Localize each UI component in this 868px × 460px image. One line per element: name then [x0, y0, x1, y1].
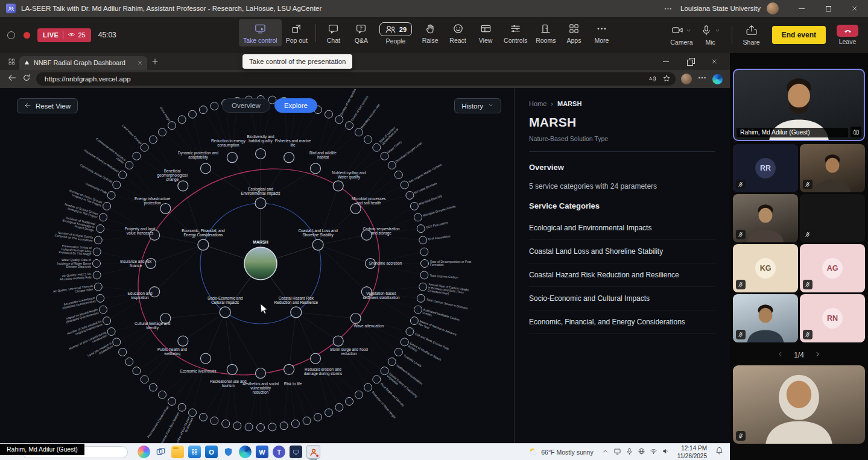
graph-node-outer[interactable]	[303, 417, 311, 424]
graph-node-parameter[interactable]	[160, 204, 171, 214]
graph-node-outer[interactable]	[388, 161, 396, 169]
graph-node-parameter[interactable]	[333, 181, 343, 191]
overview-tab[interactable]: Overview	[222, 98, 270, 113]
participant-tile[interactable]: RR	[733, 144, 798, 192]
graph-node-outer[interactable]	[178, 116, 186, 124]
graph-node-outer[interactable]	[141, 376, 148, 383]
graph-node-outer[interactable]	[141, 143, 148, 151]
graph-node-outer[interactable]	[107, 327, 115, 335]
url-text[interactable]: https://nnbfgraph.vercel.app	[45, 75, 642, 83]
graph-node-parameter[interactable]	[284, 153, 294, 163]
graph-node-category[interactable]	[220, 307, 230, 318]
graph-node-outer[interactable]	[133, 367, 141, 375]
toolbar-popout-button[interactable]: Pop out	[282, 19, 312, 46]
graph-node-outer[interactable]	[178, 403, 186, 411]
graph-node-outer[interactable]	[335, 403, 343, 411]
graph-node-outer[interactable]	[419, 236, 427, 244]
graph-node-outer[interactable]	[94, 283, 102, 291]
browser-refresh-button[interactable]	[22, 74, 31, 84]
toolbar-raise-button[interactable]: Raise	[416, 19, 444, 46]
graph-node-parameter[interactable]	[227, 364, 237, 374]
camera-button[interactable]: Camera	[670, 24, 692, 46]
graph-node-category[interactable]	[255, 198, 266, 209]
graph-node-outer[interactable]	[355, 391, 363, 399]
taskbar-app-edge[interactable]	[239, 446, 252, 458]
browser-restore-button[interactable]	[678, 53, 702, 70]
graph-node-outer[interactable]	[394, 171, 402, 178]
graph-node-outer[interactable]	[189, 110, 197, 118]
participant-tile[interactable]: AG	[800, 244, 865, 292]
graph-node-parameter[interactable]	[201, 163, 211, 174]
graph-node-outer[interactable]	[119, 348, 127, 356]
graph-node-outer[interactable]	[406, 192, 414, 200]
graph-node-parameter[interactable]	[284, 364, 294, 374]
pager-prev-icon[interactable]	[776, 350, 784, 360]
browser-menu-icon[interactable]	[697, 73, 707, 85]
graph-node-outer[interactable]	[414, 306, 422, 313]
close-button[interactable]	[841, 0, 868, 17]
graph-node-parameter[interactable]	[256, 149, 266, 159]
favorite-star-icon[interactable]	[662, 74, 671, 84]
graph-node-parameter[interactable]	[361, 230, 372, 240]
toolbar-rooms-button[interactable]: Rooms	[531, 19, 560, 46]
graph-node-outer[interactable]	[93, 271, 101, 279]
participant-tile[interactable]	[800, 194, 865, 242]
graph-node-outer[interactable]	[335, 116, 343, 124]
toolbar-chat-button[interactable]: Chat	[320, 19, 347, 46]
edge-copilot-icon[interactable]	[712, 74, 723, 84]
graph-node-outer[interactable]	[355, 128, 363, 136]
graph-node-outer[interactable]	[100, 306, 107, 313]
tray-monitor-icon[interactable]	[613, 447, 621, 458]
service-category-item[interactable]: Ecological and Environmental Impacts	[529, 216, 715, 240]
graph-node-outer[interactable]	[168, 397, 176, 405]
graph-center-node[interactable]	[244, 247, 277, 280]
graph-node-outer[interactable]	[211, 417, 218, 424]
toolbar-apps-button[interactable]: Apps	[560, 19, 588, 46]
graph-node-outer[interactable]	[93, 248, 101, 256]
graph-node-outer[interactable]	[257, 424, 265, 432]
tab-actions-icon[interactable]	[4, 58, 19, 66]
graph-node-parameter[interactable]	[178, 336, 188, 346]
graph-node-outer[interactable]	[233, 422, 241, 430]
graph-node-outer[interactable]	[325, 110, 332, 118]
graph-node-outer[interactable]	[211, 102, 218, 110]
taskbar-app-store[interactable]	[188, 446, 201, 458]
service-category-item[interactable]: Coastal Hazard Risk Reduction and Resili…	[529, 263, 715, 287]
graph-node-category[interactable]	[291, 307, 302, 318]
taskbar-app-app[interactable]	[290, 446, 302, 458]
graph-node-outer[interactable]	[417, 294, 425, 302]
graph-node-parameter[interactable]	[227, 153, 237, 163]
toolbar-react-button[interactable]: React	[444, 19, 472, 46]
taskbar-clock[interactable]: 12:14 PM 11/26/2025	[677, 444, 707, 460]
toolbar-people-button[interactable]: 29People	[375, 19, 416, 47]
graph-node-outer[interactable]	[149, 136, 157, 143]
service-category-item[interactable]: Coastal Land Loss and Shoreline Stabilit…	[529, 240, 715, 263]
toolbar-controls-button[interactable]: Controls	[499, 19, 531, 46]
tab-close-icon[interactable]	[137, 57, 143, 68]
graph-node-outer[interactable]	[346, 397, 353, 405]
graph-node-outer[interactable]	[199, 413, 207, 421]
graph-node-outer[interactable]	[158, 128, 166, 136]
notification-bell-icon[interactable]	[715, 446, 724, 458]
taskbar-app-copilot[interactable]	[138, 446, 150, 458]
participant-tile[interactable]: KG	[733, 244, 798, 292]
tray-chevron-up-icon[interactable]	[601, 447, 609, 458]
tray-speaker-icon[interactable]	[662, 447, 670, 458]
graph-node-outer[interactable]	[168, 122, 176, 130]
minimize-button[interactable]	[788, 0, 815, 17]
tray-wifi-icon[interactable]	[650, 447, 657, 458]
graph-node-outer[interactable]	[410, 202, 418, 210]
read-aloud-icon[interactable]: A	[648, 74, 657, 84]
graph-node-outer[interactable]	[346, 122, 353, 130]
graph-node-outer[interactable]	[394, 348, 402, 356]
participant-tile[interactable]	[733, 194, 798, 242]
graph-node-outer[interactable]	[325, 409, 332, 417]
service-category-item[interactable]: Economic, Financial, and Energy Consider…	[529, 310, 715, 334]
weather-widget[interactable]: 66°F Mostly sunny	[528, 447, 593, 458]
taskbar-app-task-view[interactable]	[154, 446, 167, 458]
graph-node-parameter[interactable]	[333, 336, 343, 346]
graph-node-outer[interactable]	[199, 106, 207, 114]
graph-node-outer[interactable]	[158, 391, 166, 399]
taskbar-app-file-explorer[interactable]	[171, 446, 184, 458]
participant-tile[interactable]	[733, 294, 798, 342]
